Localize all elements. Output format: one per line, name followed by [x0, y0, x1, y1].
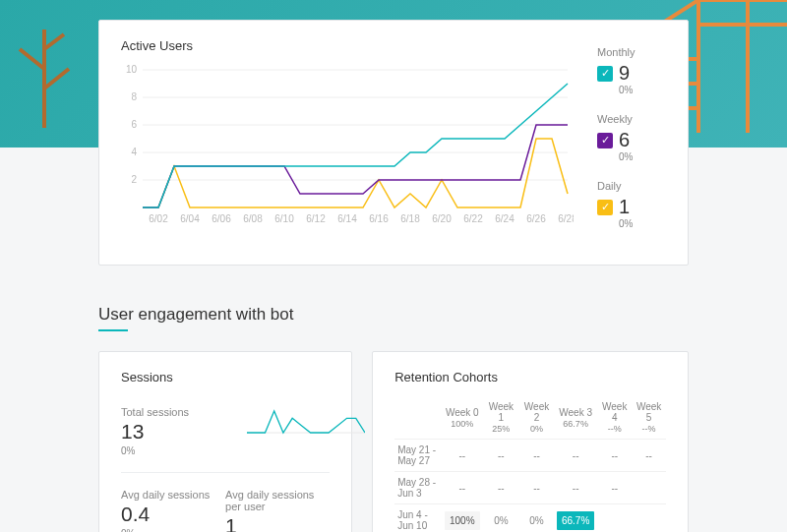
active-users-chart: Active Users 2468106/026/046/066/086/106… [121, 38, 574, 247]
active-users-svg: 2468106/026/046/066/086/106/126/146/166/… [121, 65, 574, 227]
section-title: User engagement with bot [98, 305, 689, 325]
legend-item-weekly: Weekly ✓ 6 0% [597, 113, 666, 162]
retention-cell: -- [554, 472, 597, 504]
legend-item-monthly: Monthly ✓ 9 0% [597, 46, 666, 95]
retention-cell: 0% [519, 504, 554, 533]
retention-cell: 100% [442, 504, 483, 533]
active-users-title: Active Users [121, 38, 574, 53]
active-users-card: Active Users 2468106/026/046/066/086/106… [98, 20, 689, 266]
svg-text:6/08: 6/08 [243, 213, 263, 224]
legend-pct: 0% [619, 151, 666, 162]
retention-cell: -- [483, 472, 520, 504]
svg-text:6/28: 6/28 [558, 213, 574, 224]
retention-cell: -- [442, 440, 483, 472]
legend-checkbox[interactable]: ✓ [597, 200, 613, 215]
section-underline [98, 329, 128, 331]
svg-text:6/16: 6/16 [369, 213, 389, 224]
legend-value: 1 [619, 196, 630, 218]
retention-header: Week 4--% [597, 396, 632, 440]
svg-text:6/22: 6/22 [463, 213, 483, 224]
svg-text:6/20: 6/20 [432, 213, 452, 224]
retention-header: Week 5--% [632, 396, 666, 440]
legend-checkbox[interactable]: ✓ [597, 66, 613, 82]
retention-header [394, 396, 442, 440]
retention-cell: -- [632, 440, 666, 472]
retention-cell [632, 472, 666, 504]
retention-row: May 28 - Jun 3---------- [394, 472, 666, 504]
metric-value: 1 [225, 514, 330, 532]
svg-text:10: 10 [126, 65, 138, 75]
svg-text:6/24: 6/24 [495, 213, 515, 224]
retention-header: Week 0100% [442, 396, 483, 440]
retention-cell: -- [519, 472, 554, 504]
svg-text:6/14: 6/14 [337, 213, 357, 224]
retention-row: Jun 4 - Jun 10100%0%0%66.7% [394, 504, 666, 533]
svg-text:4: 4 [131, 147, 137, 157]
retention-cell: -- [519, 440, 554, 472]
sessions-card: Sessions Total sessions 13 0% Avg daily … [98, 351, 352, 532]
sessions-sparkline [247, 407, 365, 435]
retention-title: Retention Cohorts [394, 370, 666, 384]
retention-cell: -- [554, 440, 597, 472]
legend-label: Weekly [597, 113, 666, 125]
metric-avg-daily-sessions-per-user: Avg daily sessions per user 1 0% [225, 479, 330, 532]
metric-label: Avg daily sessions per user [225, 489, 330, 512]
legend-pct: 0% [619, 85, 666, 95]
retention-card: Retention Cohorts Week 0100%Week 125%Wee… [372, 351, 689, 532]
legend-value: 6 [619, 129, 630, 151]
metric-value: 0.4 [121, 502, 225, 526]
svg-text:6/12: 6/12 [306, 213, 326, 224]
retention-row: May 21 - May 27------------ [394, 440, 666, 472]
svg-text:2: 2 [131, 174, 137, 185]
svg-text:6/18: 6/18 [400, 213, 420, 224]
retention-cell [632, 504, 666, 533]
active-users-legend: Monthly ✓ 9 0% Weekly ✓ 6 0% Daily ✓ 1 0… [597, 38, 666, 247]
retention-header: Week 20% [519, 396, 554, 440]
legend-item-daily: Daily ✓ 1 0% [597, 180, 666, 229]
retention-header: Week 366.7% [554, 396, 597, 440]
svg-text:8: 8 [131, 91, 137, 102]
svg-text:6/06: 6/06 [212, 213, 231, 224]
legend-label: Daily [597, 180, 666, 192]
svg-text:6/10: 6/10 [274, 213, 294, 224]
content-area: Active Users 2468106/026/046/066/086/106… [0, 0, 787, 532]
retention-range: May 28 - Jun 3 [394, 472, 442, 504]
retention-cell: 66.7% [554, 504, 597, 533]
sessions-title: Sessions [121, 370, 330, 384]
retention-table: Week 0100%Week 125%Week 20%Week 366.7%We… [394, 396, 666, 532]
svg-text:6/04: 6/04 [180, 213, 200, 224]
retention-cell: -- [597, 472, 632, 504]
retention-cell [597, 504, 632, 533]
legend-value: 9 [619, 62, 630, 85]
legend-label: Monthly [597, 46, 666, 58]
svg-text:6/26: 6/26 [526, 213, 546, 224]
retention-header: Week 125% [483, 396, 520, 440]
legend-checkbox[interactable]: ✓ [597, 133, 613, 148]
legend-pct: 0% [619, 218, 666, 229]
retention-cell: -- [483, 440, 520, 472]
retention-range: May 21 - May 27 [394, 440, 442, 472]
svg-text:6/02: 6/02 [149, 213, 168, 224]
svg-text:6: 6 [131, 119, 137, 130]
metric-avg-daily-sessions: Avg daily sessions 0.4 0% [121, 479, 225, 532]
metric-pct: 0% [121, 445, 330, 456]
retention-range: Jun 4 - Jun 10 [394, 504, 442, 533]
metric-pct: 0% [121, 528, 225, 532]
retention-cell: 0% [483, 504, 520, 533]
retention-cell: -- [442, 472, 483, 504]
metric-label: Avg daily sessions [121, 489, 225, 501]
retention-cell: -- [597, 440, 632, 472]
